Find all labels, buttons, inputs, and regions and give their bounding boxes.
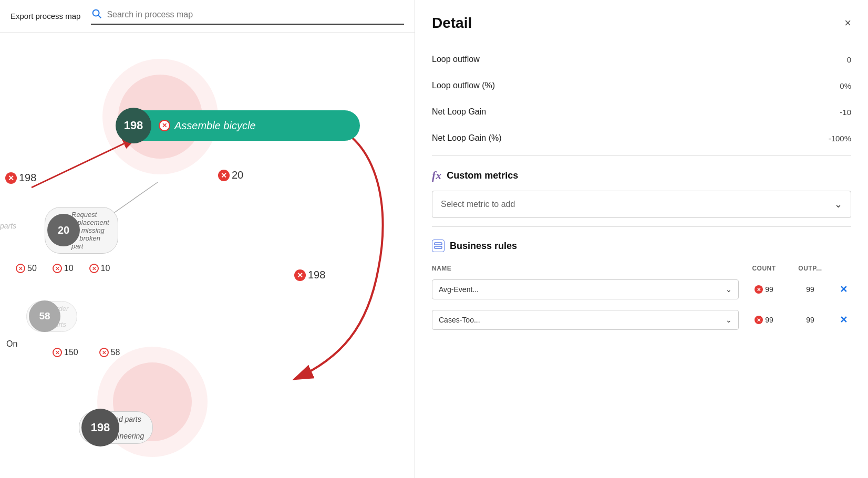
node-58-circle: 58 xyxy=(29,300,60,332)
on-label: On xyxy=(0,335,24,353)
br-data-row-0: Avg-Event... ⌄ ✕ 99 99 ✕ xyxy=(432,276,851,303)
business-rules-icon xyxy=(432,240,445,252)
main-node-label: Assemble bicycle xyxy=(170,120,256,132)
metric-value-2: -10 xyxy=(840,108,851,117)
svg-rect-8 xyxy=(435,246,442,248)
metrics-list: Loop outflow 0 Loop outflow (%) 0% Net L… xyxy=(432,46,851,151)
badge-198-right: ✕ 198 xyxy=(294,269,325,281)
detail-header: Detail × xyxy=(432,15,851,32)
main-node-close-icon[interactable]: ✕ xyxy=(159,120,170,131)
badge-10b: ✕ 10 xyxy=(89,264,110,273)
br-data-row-1: Cases-Too... ⌄ ✕ 99 99 ✕ xyxy=(432,307,851,333)
export-button[interactable]: Export process map xyxy=(11,12,80,20)
process-map-panel: Export process map xyxy=(0,0,415,478)
svg-rect-7 xyxy=(435,243,442,245)
custom-metrics-title: Custom metrics xyxy=(447,170,518,181)
br-row-0-count: 99 xyxy=(765,285,773,294)
badge-58b: ✕ 58 xyxy=(99,348,120,357)
svg-line-1 xyxy=(99,15,101,18)
br-row-0-delete-button[interactable]: ✕ xyxy=(835,284,851,295)
br-row-0-name: Avg-Event... xyxy=(439,285,479,294)
business-rules-header: Business rules xyxy=(432,240,851,252)
section-divider-2 xyxy=(432,226,851,227)
br-row-1-close-icon[interactable]: ✕ xyxy=(755,316,763,324)
badge-198-left: ✕ 198 xyxy=(5,172,36,184)
br-row-1-count: 99 xyxy=(765,316,773,324)
node-order[interactable]: 58 ✕ Order in parts xyxy=(32,300,60,332)
br-row-1-count-cell: ✕ 99 xyxy=(743,316,785,324)
select-metric-dropdown[interactable]: Select metric to add ⌄ xyxy=(432,191,851,218)
custom-metrics-header: fx Custom metrics xyxy=(432,169,851,182)
parts-label: parts xyxy=(0,222,16,230)
br-row-1-chevron: ⌄ xyxy=(726,316,732,324)
detail-close-button[interactable]: × xyxy=(844,17,851,29)
small-badges-row: ✕ 50 ✕ 10 ✕ 10 xyxy=(16,264,110,273)
br-row-1-outp-cell: 99 xyxy=(789,315,831,325)
bottom-badges-row: ✕ 150 ✕ 58 xyxy=(53,348,120,357)
br-col-outp-header: OUTP... xyxy=(789,265,831,272)
search-icon xyxy=(91,8,102,22)
metric-value-1: 0% xyxy=(840,81,851,90)
toolbar: Export process map xyxy=(0,0,415,33)
node-send[interactable]: 198 ✕ Send parts to engineering xyxy=(84,409,119,446)
close-red-2: ✕ xyxy=(218,170,230,181)
node-send-circle: 198 xyxy=(81,409,119,446)
close-red-1: ✕ xyxy=(5,172,17,184)
search-input[interactable] xyxy=(107,10,404,19)
detail-title: Detail xyxy=(432,15,472,32)
main-node[interactable]: 198 ✕ Assemble bicycle xyxy=(123,110,360,141)
badge-10a: ✕ 10 xyxy=(53,264,74,273)
metric-label-0: Loop outflow xyxy=(432,55,480,64)
chevron-down-icon: ⌄ xyxy=(834,199,842,210)
br-row-0-outp-cell: 99 xyxy=(789,285,831,294)
br-row-0-select[interactable]: Avg-Event... ⌄ xyxy=(432,279,739,299)
close-red-3: ✕ xyxy=(294,269,306,281)
metric-value-0: 0 xyxy=(847,55,851,64)
metric-label-2: Net Loop Gain xyxy=(432,107,486,117)
br-row-0-count-cell: ✕ 99 xyxy=(743,285,785,294)
br-header-row: NAME COUNT OUTP... xyxy=(432,261,851,276)
badge-150: ✕ 150 xyxy=(53,348,78,357)
business-rules-title: Business rules xyxy=(450,241,517,252)
br-col-name-header: NAME xyxy=(432,265,739,272)
br-row-1-select[interactable]: Cases-Too... ⌄ xyxy=(432,310,739,330)
select-metric-placeholder: Select metric to add xyxy=(441,200,515,209)
metric-label-1: Loop outflow (%) xyxy=(432,81,495,90)
svg-point-0 xyxy=(93,9,99,16)
br-row-0-chevron: ⌄ xyxy=(726,285,732,294)
br-row-0-close-icon[interactable]: ✕ xyxy=(755,285,763,294)
search-container xyxy=(91,8,404,25)
node-20-circle: 20 xyxy=(47,214,80,246)
metric-row-1: Loop outflow (%) 0% xyxy=(432,72,851,99)
metric-row-3: Net Loop Gain (%) -100% xyxy=(432,125,851,151)
badge-20-top: ✕ 20 xyxy=(218,169,243,181)
section-divider-1 xyxy=(432,155,851,156)
fx-icon: fx xyxy=(432,169,441,182)
br-row-1-delete-button[interactable]: ✕ xyxy=(835,314,851,326)
badge-50: ✕ 50 xyxy=(16,264,37,273)
metric-label-3: Net Loop Gain (%) xyxy=(432,133,502,143)
metric-row-0: Loop outflow 0 xyxy=(432,46,851,72)
business-rules-table: NAME COUNT OUTP... Avg-Event... ⌄ ✕ 99 9… xyxy=(432,261,851,333)
metric-value-3: -100% xyxy=(829,134,851,143)
detail-panel: Detail × Loop outflow 0 Loop outflow (%)… xyxy=(415,0,868,478)
br-col-action-header xyxy=(835,265,851,272)
br-row-1-outp: 99 xyxy=(806,316,814,324)
main-node-circle: 198 xyxy=(116,108,151,143)
map-canvas[interactable]: 198 ✕ Assemble bicycle ✕ 198 ✕ 20 20 ✕ R… xyxy=(0,33,415,478)
metric-row-2: Net Loop Gain -10 xyxy=(432,99,851,125)
br-row-1-name: Cases-Too... xyxy=(439,316,480,324)
br-row-0-outp: 99 xyxy=(806,285,814,294)
node-20[interactable]: 20 ✕ Request replacement for missing or … xyxy=(50,214,80,246)
br-col-count-header: COUNT xyxy=(743,265,785,272)
